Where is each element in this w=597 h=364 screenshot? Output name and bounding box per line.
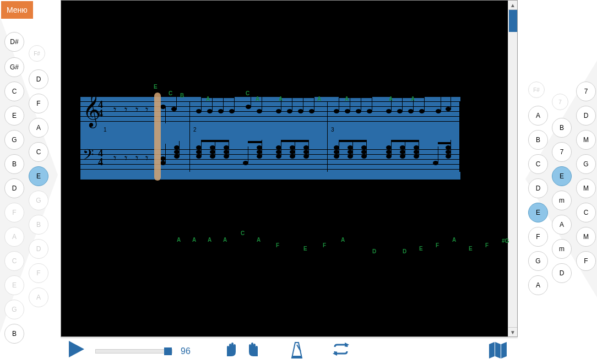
right-chord2-m-6[interactable]: M bbox=[576, 227, 596, 247]
svg-rect-87 bbox=[248, 141, 262, 143]
svg-point-83 bbox=[257, 154, 262, 159]
right-note-f#-0[interactable]: F# bbox=[528, 82, 545, 98]
left-note-b-b-7[interactable]: B bbox=[29, 215, 48, 235]
right-note-a-1[interactable]: A bbox=[528, 106, 548, 126]
left-note-f-b-9[interactable]: F bbox=[29, 263, 48, 283]
svg-point-96 bbox=[303, 154, 309, 159]
left-note-g#-1[interactable]: G# bbox=[4, 57, 24, 77]
svg-rect-71 bbox=[201, 140, 202, 156]
svg-point-78 bbox=[224, 145, 229, 150]
note-letter-4: C bbox=[246, 90, 249, 96]
svg-text:𝄾: 𝄾 bbox=[124, 107, 127, 112]
lower-note-letter-16: F bbox=[485, 242, 489, 248]
playhead-cursor[interactable] bbox=[154, 93, 161, 181]
left-note-f-b-2[interactable]: F bbox=[29, 94, 48, 113]
right-chord-a-5[interactable]: A bbox=[552, 215, 572, 235]
left-note-a-8[interactable]: A bbox=[4, 227, 24, 247]
svg-point-102 bbox=[334, 150, 339, 154]
right-chord-7-2[interactable]: 7 bbox=[552, 142, 572, 162]
left-note-g-4[interactable]: G bbox=[4, 130, 24, 150]
note-letter-1: C bbox=[169, 90, 172, 96]
right-chord-m-4[interactable]: m bbox=[552, 191, 572, 210]
right-note-a-8[interactable]: A bbox=[528, 275, 548, 295]
right-chord-e-3[interactable]: E bbox=[552, 166, 572, 186]
left-note-e-b-5[interactable]: E bbox=[29, 166, 48, 186]
left-note-c-b-4[interactable]: C bbox=[29, 142, 48, 162]
svg-rect-79 bbox=[229, 140, 229, 156]
right-chord-d-7[interactable]: D bbox=[552, 263, 572, 283]
left-hand-button[interactable] bbox=[224, 341, 239, 361]
right-chord-m-6[interactable]: m bbox=[552, 239, 572, 259]
svg-rect-19 bbox=[251, 97, 251, 107]
left-note-g-11[interactable]: G bbox=[4, 300, 24, 319]
scrollbar[interactable]: ▲ ▼ bbox=[508, 1, 517, 336]
tempo-slider-thumb[interactable] bbox=[164, 347, 172, 355]
right-chord-7-0[interactable]: 7 bbox=[552, 94, 568, 110]
left-note-c-9[interactable]: C bbox=[4, 251, 24, 271]
left-note-e-10[interactable]: E bbox=[4, 275, 24, 295]
right-chord2-g-3[interactable]: G bbox=[576, 154, 596, 174]
svg-point-92 bbox=[290, 154, 295, 159]
play-button[interactable] bbox=[69, 341, 84, 361]
left-note-g-b-6[interactable]: G bbox=[29, 191, 48, 210]
right-note-f-6[interactable]: F bbox=[528, 227, 548, 247]
scroll-down-icon[interactable]: ▼ bbox=[508, 327, 517, 336]
svg-rect-7 bbox=[176, 97, 177, 109]
left-note-f-7[interactable]: F bbox=[4, 203, 24, 222]
left-note-d-b-8[interactable]: D bbox=[29, 239, 48, 259]
right-hand-button[interactable] bbox=[246, 341, 261, 361]
svg-point-88 bbox=[276, 154, 281, 159]
svg-point-8 bbox=[196, 109, 202, 113]
right-note-e-5[interactable]: E bbox=[528, 203, 548, 222]
svg-point-115 bbox=[386, 150, 392, 154]
right-chord2-d-1[interactable]: D bbox=[576, 106, 596, 126]
measure-number-2: 2 bbox=[193, 127, 197, 133]
svg-rect-133 bbox=[438, 142, 451, 144]
lower-note-letter-12: E bbox=[419, 246, 423, 252]
svg-rect-35 bbox=[339, 97, 339, 111]
right-note-c-3[interactable]: C bbox=[528, 154, 548, 174]
right-chord2-f-7[interactable]: F bbox=[576, 251, 596, 271]
left-note-f#-b-0[interactable]: F# bbox=[29, 45, 45, 62]
overview-button[interactable] bbox=[489, 342, 507, 361]
staff-container: 𝄞 𝄢 44 44 𝄾 𝄾 𝄾 𝄾 bbox=[80, 97, 460, 180]
right-chord2-m-4[interactable]: M bbox=[576, 178, 596, 198]
left-note-d-6[interactable]: D bbox=[4, 178, 24, 198]
svg-rect-13 bbox=[212, 97, 213, 111]
svg-rect-15 bbox=[234, 97, 235, 111]
left-accordion-panel: D#G#CEGBDFACEGB F#DFACEGBDFA bbox=[0, 17, 61, 336]
note-letter-0: E bbox=[154, 84, 158, 90]
right-note-d-4[interactable]: D bbox=[528, 178, 548, 198]
svg-point-33 bbox=[356, 109, 361, 113]
svg-text:𝄾: 𝄾 bbox=[145, 156, 148, 160]
loop-button[interactable] bbox=[332, 343, 350, 360]
svg-point-129 bbox=[446, 154, 451, 159]
left-note-d#-0[interactable]: D# bbox=[4, 32, 24, 52]
left-note-b-12[interactable]: B bbox=[4, 324, 24, 344]
right-chord2-m-2[interactable]: M bbox=[576, 130, 596, 150]
right-chord2-c-5[interactable]: C bbox=[576, 203, 596, 222]
svg-rect-67 bbox=[179, 141, 180, 156]
svg-rect-52 bbox=[451, 97, 451, 109]
left-note-e-3[interactable]: E bbox=[4, 106, 24, 126]
metronome-button[interactable] bbox=[290, 341, 304, 361]
right-chord2-7-0[interactable]: 7 bbox=[576, 82, 596, 101]
menu-button[interactable]: Меню bbox=[1, 1, 33, 19]
left-note-a-b-10[interactable]: A bbox=[29, 287, 48, 307]
scroll-thumb[interactable] bbox=[509, 10, 517, 32]
svg-rect-126 bbox=[391, 140, 419, 142]
left-note-d-b-1[interactable]: D bbox=[29, 69, 48, 89]
left-note-a-b-3[interactable]: A bbox=[29, 118, 48, 138]
scroll-up-icon[interactable]: ▲ bbox=[508, 1, 517, 10]
tempo-slider[interactable] bbox=[95, 349, 172, 354]
tempo-value: 96 bbox=[181, 346, 191, 356]
right-note-b-2[interactable]: B bbox=[528, 130, 548, 150]
svg-point-32 bbox=[345, 109, 350, 113]
measure-number-3: 3 bbox=[331, 127, 334, 133]
svg-point-116 bbox=[386, 145, 392, 150]
left-note-b-5[interactable]: B bbox=[4, 154, 24, 174]
right-chord-b-1[interactable]: B bbox=[552, 118, 572, 138]
svg-rect-125 bbox=[419, 140, 419, 156]
right-note-g-7[interactable]: G bbox=[528, 251, 548, 271]
left-note-c-2[interactable]: C bbox=[4, 82, 24, 101]
